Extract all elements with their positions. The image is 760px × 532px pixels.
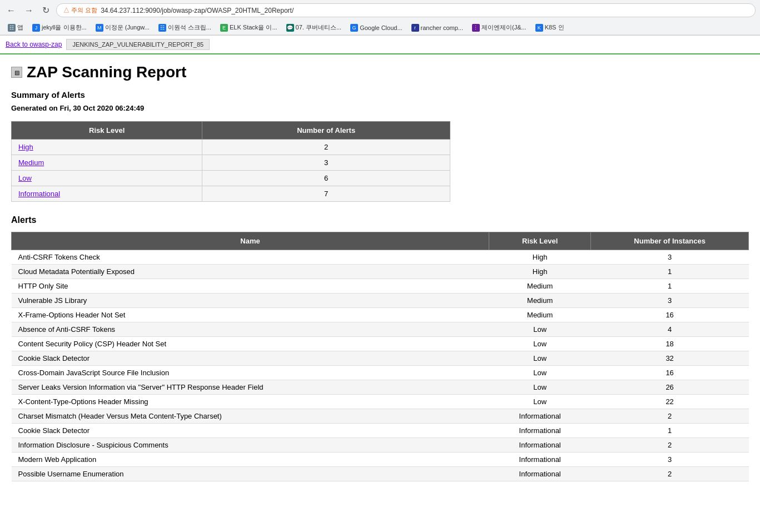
bookmark-k8s2[interactable]: K K8S 인 [532,22,568,33]
summary-table-row: Low6 [12,171,450,186]
alert-risk: Informational [489,424,591,438]
alert-instances: 16 [591,308,749,322]
nav-forward-button[interactable]: → [22,4,36,17]
alert-instances: 18 [591,337,749,351]
page-content: ▨ ZAP Scanning Report Summary of Alerts … [0,54,760,490]
bookmark-favicon-8: ⋮ [472,24,480,32]
alert-table-row: Modern Web ApplicationInformational3 [12,453,749,467]
bookmark-label: 이정운 (Jungw... [105,23,150,32]
bookmark-favicon-5: 💬 [286,24,294,32]
alert-instances: 26 [591,380,749,395]
bookmark-script[interactable]: ☷ 이원석 스크립... [155,22,215,33]
browser-toolbar: ← → ↻ △ 주의 요함 34.64.237.112:9090/job/owa… [0,0,760,21]
summary-table-row: High2 [12,140,450,155]
alert-risk: Informational [489,438,591,453]
alert-instances: 1 [591,265,749,279]
bookmark-label: K8S 인 [545,23,564,32]
bookmark-google-cloud[interactable]: G Google Cloud... [347,23,405,33]
alert-table-row: Content Security Policy (CSP) Header Not… [12,337,749,351]
bookmark-jnj[interactable]: ⋮ 제이엔제이(J&... [469,22,530,33]
nav-reload-button[interactable]: ↻ [40,4,52,17]
bookmark-label: ELK Stack을 이... [230,23,277,32]
bookmark-favicon-1: J [32,24,40,32]
alert-name: Possible Username Enumeration [12,467,489,481]
alert-risk: Informational [489,453,591,467]
alert-instances: 3 [591,294,749,308]
alert-instances: 1 [591,424,749,438]
bookmark-favicon-3: ☷ [158,24,166,32]
risk-level-link[interactable]: Low [18,174,32,182]
bookmark-elk[interactable]: E ELK Stack을 이... [217,22,281,33]
alert-table-row: Cross-Domain JavaScript Source File Incl… [12,366,749,380]
alert-table-row: Information Disclosure - Suspicious Comm… [12,438,749,453]
alert-name: Cookie Slack Detector [12,424,489,438]
back-to-owasp-link[interactable]: Back to owasp-zap [6,41,62,48]
alert-name: Modern Web Application [12,453,489,467]
apps-favicon: ☷ [8,24,16,32]
alert-instances: 2 [591,467,749,481]
alert-name: Absence of Anti-CSRF Tokens [12,322,489,337]
report-tab-button[interactable]: JENKINS_ZAP_VULNERABILITY_REPORT_85 [66,39,210,50]
alert-instances: 32 [591,351,749,366]
alert-name: HTTP Only Site [12,279,489,294]
alerts-col-name: Name [12,232,489,250]
risk-level-link[interactable]: High [18,143,33,151]
alert-table-row: HTTP Only SiteMedium1 [12,279,749,294]
address-bar[interactable]: △ 주의 요함 34.64.237.112:9090/job/owasp-zap… [56,3,756,17]
bookmark-label: 앱 [17,23,23,32]
zap-icon: ▨ [11,67,22,78]
alerts-table: Name Risk Level Number of Instances Anti… [11,232,749,481]
alert-risk: Medium [489,279,591,294]
summary-col-alerts: Number of Alerts [202,122,450,140]
alert-risk: Informational [489,467,591,481]
alert-instances: 1 [591,279,749,294]
summary-table-row: Medium3 [12,155,450,171]
page-nav: Back to owasp-zap JENKINS_ZAP_VULNERABIL… [0,36,760,54]
alert-name: X-Frame-Options Header Not Set [12,308,489,322]
bookmark-jungw[interactable]: M 이정운 (Jungw... [92,22,153,33]
alert-instances: 4 [591,322,749,337]
alert-instances: 3 [591,453,749,467]
summary-table: Risk Level Number of Alerts High2Medium3… [11,121,450,202]
alert-table-row: Cookie Slack DetectorLow32 [12,351,749,366]
alert-table-row: Vulnerable JS LibraryMedium3 [12,294,749,308]
alert-table-row: Absence of Anti-CSRF TokensLow4 [12,322,749,337]
bookmark-favicon-6: G [350,24,358,32]
alert-name: X-Content-Type-Options Header Missing [12,395,489,409]
alert-instances: 2 [591,409,749,424]
bookmark-favicon-2: M [96,24,103,32]
bookmark-favicon-4: E [220,24,228,32]
alert-name: Information Disclosure - Suspicious Comm… [12,438,489,453]
alert-table-row: X-Frame-Options Header Not SetMedium16 [12,308,749,322]
page-title: ZAP Scanning Report [27,63,186,81]
bookmark-label: 제이엔제이(J&... [481,23,526,32]
alert-risk: High [489,250,591,265]
bookmark-k8s[interactable]: 💬 07. 쿠버네티스... [283,22,345,33]
alert-name: Vulnerable JS Library [12,294,489,308]
alert-instances: 16 [591,366,749,380]
alert-table-row: Possible Username EnumerationInformation… [12,467,749,481]
alert-name: Charset Mismatch (Header Versus Meta Con… [12,409,489,424]
alert-instances: 22 [591,395,749,409]
alert-table-row: Charset Mismatch (Header Versus Meta Con… [12,409,749,424]
alert-risk: Medium [489,294,591,308]
nav-back-button[interactable]: ← [4,4,18,17]
bookmark-label: rancher comp... [421,24,463,31]
alerts-section-title: Alerts [11,215,749,225]
bookmarks-app-item[interactable]: ☷ 앱 [4,22,27,33]
url-text: 34.64.237.112:9090/job/owasp-zap/OWASP_2… [101,7,294,14]
risk-level-link[interactable]: Informational [18,190,60,198]
browser-chrome: ← → ↻ △ 주의 요함 34.64.237.112:9090/job/owa… [0,0,760,36]
bookmark-jekyll[interactable]: J jekyll을 이용한... [29,22,90,33]
alert-count: 3 [202,155,450,171]
risk-level-link[interactable]: Medium [18,158,44,167]
bookmark-rancher[interactable]: r rancher comp... [408,23,466,33]
bookmark-favicon-9: K [535,24,543,32]
alert-name: Content Security Policy (CSP) Header Not… [12,337,489,351]
alert-risk: High [489,265,591,279]
alerts-col-risk: Risk Level [489,232,591,250]
summary-table-row: Informational7 [12,186,450,202]
alert-risk: Informational [489,409,591,424]
alert-risk: Low [489,380,591,395]
alert-count: 7 [202,186,450,202]
